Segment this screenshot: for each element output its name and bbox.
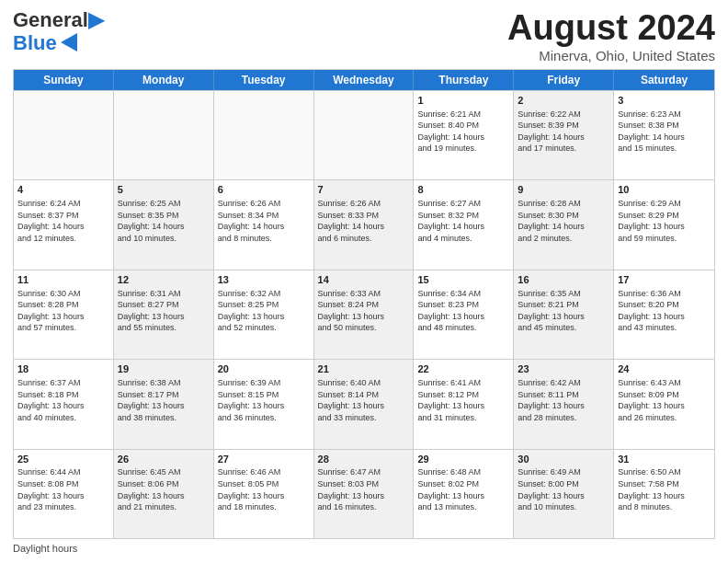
day-info-30: Sunrise: 6:49 AM Sunset: 8:00 PM Dayligh…	[518, 466, 609, 512]
calendar-cell-4: 4Sunrise: 6:24 AM Sunset: 8:37 PM Daylig…	[14, 180, 114, 269]
day-number-9: 9	[518, 183, 609, 197]
day-info-25: Sunrise: 6:44 AM Sunset: 8:08 PM Dayligh…	[17, 466, 109, 512]
weekday-header-wednesday: Wednesday	[314, 70, 415, 90]
day-info-1: Sunrise: 6:21 AM Sunset: 8:40 PM Dayligh…	[417, 109, 509, 155]
calendar-row-0: 1Sunrise: 6:21 AM Sunset: 8:40 PM Daylig…	[14, 90, 714, 179]
calendar-cell-16: 16Sunrise: 6:35 AM Sunset: 8:21 PM Dayli…	[514, 270, 614, 359]
day-info-9: Sunrise: 6:28 AM Sunset: 8:30 PM Dayligh…	[518, 198, 609, 244]
day-number-30: 30	[518, 453, 609, 466]
calendar: SundayMondayTuesdayWednesdayThursdayFrid…	[13, 69, 715, 539]
day-info-26: Sunrise: 6:45 AM Sunset: 8:06 PM Dayligh…	[118, 466, 210, 512]
day-number-12: 12	[118, 273, 210, 287]
day-number-18: 18	[17, 362, 109, 376]
day-info-24: Sunrise: 6:43 AM Sunset: 8:09 PM Dayligh…	[618, 377, 711, 423]
weekday-header-tuesday: Tuesday	[214, 70, 314, 90]
day-number-13: 13	[218, 273, 310, 287]
day-info-11: Sunrise: 6:30 AM Sunset: 8:28 PM Dayligh…	[17, 288, 109, 334]
day-number-4: 4	[17, 183, 109, 197]
calendar-cell-24: 24Sunrise: 6:43 AM Sunset: 8:09 PM Dayli…	[614, 360, 714, 448]
day-number-31: 31	[618, 453, 711, 466]
day-info-3: Sunrise: 6:23 AM Sunset: 8:38 PM Dayligh…	[618, 109, 711, 155]
day-info-16: Sunrise: 6:35 AM Sunset: 8:21 PM Dayligh…	[518, 288, 609, 334]
day-number-8: 8	[417, 183, 509, 197]
day-info-31: Sunrise: 6:50 AM Sunset: 7:58 PM Dayligh…	[618, 466, 711, 512]
day-number-28: 28	[318, 453, 410, 466]
day-info-23: Sunrise: 6:42 AM Sunset: 8:11 PM Dayligh…	[518, 377, 609, 423]
calendar-cell-23: 23Sunrise: 6:42 AM Sunset: 8:11 PM Dayli…	[514, 360, 614, 448]
calendar-row-2: 11Sunrise: 6:30 AM Sunset: 8:28 PM Dayli…	[14, 270, 714, 359]
day-info-2: Sunrise: 6:22 AM Sunset: 8:39 PM Dayligh…	[518, 109, 609, 155]
day-number-16: 16	[518, 273, 609, 287]
calendar-cell-29: 29Sunrise: 6:48 AM Sunset: 8:02 PM Dayli…	[414, 450, 514, 538]
day-number-22: 22	[417, 362, 509, 376]
calendar-cell-14: 14Sunrise: 6:33 AM Sunset: 8:24 PM Dayli…	[314, 270, 415, 359]
calendar-header: SundayMondayTuesdayWednesdayThursdayFrid…	[14, 70, 714, 90]
logo-text: General▶	[13, 9, 104, 31]
calendar-cell-12: 12Sunrise: 6:31 AM Sunset: 8:27 PM Dayli…	[114, 270, 214, 359]
day-number-17: 17	[618, 273, 711, 287]
day-info-27: Sunrise: 6:46 AM Sunset: 8:05 PM Dayligh…	[218, 466, 310, 512]
day-info-12: Sunrise: 6:31 AM Sunset: 8:27 PM Dayligh…	[118, 288, 210, 334]
calendar-cell-5: 5Sunrise: 6:25 AM Sunset: 8:35 PM Daylig…	[114, 180, 214, 269]
page: General▶ Blue August 2024 Minerva, Ohio,…	[0, 0, 728, 563]
day-info-17: Sunrise: 6:36 AM Sunset: 8:20 PM Dayligh…	[618, 288, 711, 334]
day-info-13: Sunrise: 6:32 AM Sunset: 8:25 PM Dayligh…	[218, 288, 310, 334]
day-info-10: Sunrise: 6:29 AM Sunset: 8:29 PM Dayligh…	[618, 198, 711, 244]
day-number-25: 25	[17, 453, 109, 466]
day-number-21: 21	[318, 362, 410, 376]
day-number-3: 3	[618, 94, 711, 108]
calendar-cell-15: 15Sunrise: 6:34 AM Sunset: 8:23 PM Dayli…	[414, 270, 514, 359]
calendar-cell-21: 21Sunrise: 6:40 AM Sunset: 8:14 PM Dayli…	[314, 360, 415, 448]
weekday-header-monday: Monday	[114, 70, 214, 90]
day-info-18: Sunrise: 6:37 AM Sunset: 8:18 PM Dayligh…	[17, 377, 109, 423]
day-info-8: Sunrise: 6:27 AM Sunset: 8:32 PM Dayligh…	[417, 198, 509, 244]
calendar-cell-10: 10Sunrise: 6:29 AM Sunset: 8:29 PM Dayli…	[614, 180, 714, 269]
day-info-6: Sunrise: 6:26 AM Sunset: 8:34 PM Dayligh…	[218, 198, 310, 244]
calendar-row-4: 25Sunrise: 6:44 AM Sunset: 8:08 PM Dayli…	[14, 449, 714, 538]
daylight-label: Daylight hours	[13, 543, 77, 554]
day-number-11: 11	[17, 273, 109, 287]
day-info-29: Sunrise: 6:48 AM Sunset: 8:02 PM Dayligh…	[417, 466, 509, 512]
day-number-7: 7	[318, 183, 410, 197]
day-number-29: 29	[417, 453, 509, 466]
day-number-23: 23	[518, 362, 609, 376]
day-number-14: 14	[318, 273, 410, 287]
logo: General▶ Blue	[13, 9, 104, 55]
day-info-15: Sunrise: 6:34 AM Sunset: 8:23 PM Dayligh…	[417, 288, 509, 334]
day-info-7: Sunrise: 6:26 AM Sunset: 8:33 PM Dayligh…	[318, 198, 410, 244]
day-info-21: Sunrise: 6:40 AM Sunset: 8:14 PM Dayligh…	[318, 377, 410, 423]
calendar-cell-27: 27Sunrise: 6:46 AM Sunset: 8:05 PM Dayli…	[214, 450, 314, 538]
calendar-cell-empty-0-2	[214, 91, 314, 179]
calendar-cell-empty-0-0	[14, 91, 114, 179]
day-info-14: Sunrise: 6:33 AM Sunset: 8:24 PM Dayligh…	[318, 288, 410, 334]
calendar-cell-2: 2Sunrise: 6:22 AM Sunset: 8:39 PM Daylig…	[514, 91, 614, 179]
title-block: August 2024 Minerva, Ohio, United States	[507, 9, 715, 63]
calendar-body: 1Sunrise: 6:21 AM Sunset: 8:40 PM Daylig…	[14, 90, 714, 538]
calendar-row-1: 4Sunrise: 6:24 AM Sunset: 8:37 PM Daylig…	[14, 179, 714, 269]
day-info-4: Sunrise: 6:24 AM Sunset: 8:37 PM Dayligh…	[17, 198, 109, 244]
calendar-cell-28: 28Sunrise: 6:47 AM Sunset: 8:03 PM Dayli…	[314, 450, 415, 538]
calendar-cell-empty-0-1	[114, 91, 214, 179]
day-number-27: 27	[218, 453, 310, 466]
calendar-cell-31: 31Sunrise: 6:50 AM Sunset: 7:58 PM Dayli…	[614, 450, 714, 538]
calendar-cell-18: 18Sunrise: 6:37 AM Sunset: 8:18 PM Dayli…	[14, 360, 114, 448]
day-info-19: Sunrise: 6:38 AM Sunset: 8:17 PM Dayligh…	[118, 377, 210, 423]
day-number-19: 19	[118, 362, 210, 376]
calendar-cell-9: 9Sunrise: 6:28 AM Sunset: 8:30 PM Daylig…	[514, 180, 614, 269]
day-number-5: 5	[118, 183, 210, 197]
calendar-cell-11: 11Sunrise: 6:30 AM Sunset: 8:28 PM Dayli…	[14, 270, 114, 359]
calendar-cell-1: 1Sunrise: 6:21 AM Sunset: 8:40 PM Daylig…	[414, 91, 514, 179]
page-title: August 2024	[507, 9, 715, 48]
logo-blue-text: Blue	[13, 31, 57, 55]
calendar-cell-30: 30Sunrise: 6:49 AM Sunset: 8:00 PM Dayli…	[514, 450, 614, 538]
day-number-24: 24	[618, 362, 711, 376]
day-number-26: 26	[118, 453, 210, 466]
svg-marker-0	[61, 33, 77, 52]
logo-blue: ▶	[88, 8, 104, 31]
day-info-20: Sunrise: 6:39 AM Sunset: 8:15 PM Dayligh…	[218, 377, 310, 423]
calendar-row-3: 18Sunrise: 6:37 AM Sunset: 8:18 PM Dayli…	[14, 359, 714, 448]
calendar-cell-20: 20Sunrise: 6:39 AM Sunset: 8:15 PM Dayli…	[214, 360, 314, 448]
calendar-cell-17: 17Sunrise: 6:36 AM Sunset: 8:20 PM Dayli…	[614, 270, 714, 359]
calendar-cell-19: 19Sunrise: 6:38 AM Sunset: 8:17 PM Dayli…	[114, 360, 214, 448]
weekday-header-thursday: Thursday	[414, 70, 514, 90]
